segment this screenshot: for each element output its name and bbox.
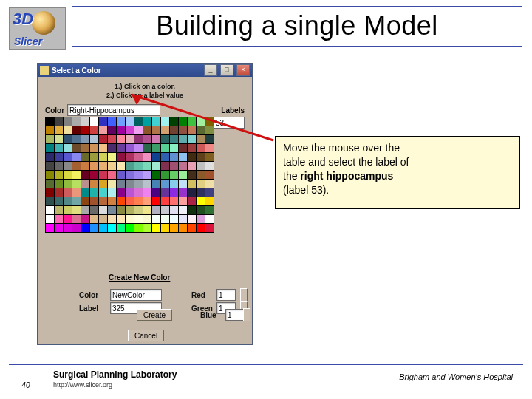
palette-swatch[interactable] (170, 126, 178, 134)
palette-swatch[interactable] (205, 162, 214, 170)
palette-swatch[interactable] (117, 197, 125, 205)
palette-swatch[interactable] (152, 153, 160, 161)
palette-swatch[interactable] (72, 215, 81, 223)
palette-swatch[interactable] (90, 162, 98, 170)
palette-swatch[interactable] (108, 171, 116, 179)
palette-swatch[interactable] (179, 180, 187, 188)
palette-swatch[interactable] (152, 224, 160, 232)
palette-swatch[interactable] (161, 162, 169, 170)
palette-swatch[interactable] (46, 180, 54, 188)
palette-swatch[interactable] (46, 215, 54, 223)
palette-swatch[interactable] (161, 126, 169, 134)
palette-swatch[interactable] (55, 153, 63, 161)
palette-swatch[interactable] (126, 117, 134, 126)
palette-swatch[interactable] (55, 126, 63, 134)
palette-swatch[interactable] (64, 144, 72, 152)
palette-swatch[interactable] (90, 117, 98, 126)
palette-swatch[interactable] (170, 135, 178, 143)
palette-swatch[interactable] (64, 162, 72, 170)
palette-swatch[interactable] (55, 171, 63, 179)
palette-swatch[interactable] (170, 215, 178, 223)
palette-swatch[interactable] (170, 162, 178, 170)
palette-swatch[interactable] (143, 117, 151, 126)
palette-swatch[interactable] (134, 135, 143, 143)
palette-swatch[interactable] (99, 153, 107, 161)
palette-swatch[interactable] (90, 135, 98, 143)
palette-swatch[interactable] (188, 126, 196, 134)
palette-swatch[interactable] (143, 180, 151, 188)
palette-swatch[interactable] (81, 162, 89, 170)
palette-swatch[interactable] (81, 117, 89, 126)
palette-swatch[interactable] (126, 206, 134, 214)
palette-swatch[interactable] (99, 188, 107, 197)
palette-swatch[interactable] (134, 171, 143, 179)
blue-spinner[interactable] (243, 308, 250, 321)
palette-swatch[interactable] (108, 224, 116, 232)
palette-swatch[interactable] (46, 197, 54, 205)
dialog-titlebar[interactable]: Select a Color _ □ × (38, 64, 252, 77)
palette-swatch[interactable] (205, 206, 214, 214)
palette-swatch[interactable] (90, 144, 98, 152)
palette-swatch[interactable] (205, 117, 214, 126)
palette-swatch[interactable] (126, 153, 134, 161)
palette-swatch[interactable] (197, 215, 205, 223)
palette-swatch[interactable] (64, 197, 72, 205)
palette-swatch[interactable] (161, 117, 169, 126)
palette-swatch[interactable] (117, 171, 125, 179)
maximize-button[interactable]: □ (220, 64, 233, 76)
palette-swatch[interactable] (170, 117, 178, 126)
palette-swatch[interactable] (99, 224, 107, 232)
palette-swatch[interactable] (170, 197, 178, 205)
palette-swatch[interactable] (72, 135, 81, 143)
palette-swatch[interactable] (170, 224, 178, 232)
palette-swatch[interactable] (170, 188, 178, 197)
labels-value-field[interactable]: 53 (214, 117, 245, 129)
palette-swatch[interactable] (117, 117, 125, 126)
palette-swatch[interactable] (143, 144, 151, 152)
palette-swatch[interactable] (188, 224, 196, 232)
palette-swatch[interactable] (117, 153, 125, 161)
palette-swatch[interactable] (161, 224, 169, 232)
minimize-button[interactable]: _ (204, 64, 217, 76)
palette-swatch[interactable] (205, 144, 214, 152)
palette-swatch[interactable] (117, 135, 125, 143)
palette-swatch[interactable] (108, 135, 116, 143)
palette-swatch[interactable] (188, 188, 196, 197)
palette-swatch[interactable] (81, 188, 89, 197)
red-value-field[interactable]: 1 (216, 289, 236, 301)
palette-swatch[interactable] (90, 188, 98, 197)
palette-swatch[interactable] (108, 117, 116, 126)
palette-swatch[interactable] (64, 153, 72, 161)
palette-swatch[interactable] (152, 180, 160, 188)
palette-swatch[interactable] (205, 188, 214, 197)
palette-swatch[interactable] (188, 162, 196, 170)
palette-swatch[interactable] (81, 206, 89, 214)
color-name-field[interactable]: Right-Hippocampus (67, 104, 160, 116)
palette-swatch[interactable] (64, 188, 72, 197)
palette-swatch[interactable] (72, 188, 81, 197)
palette-swatch[interactable] (161, 153, 169, 161)
blue-value-field[interactable]: 1 (225, 309, 245, 321)
palette-swatch[interactable] (205, 126, 214, 134)
palette-swatch[interactable] (72, 126, 81, 134)
palette-swatch[interactable] (72, 224, 81, 232)
palette-swatch[interactable] (179, 117, 187, 126)
palette-swatch[interactable] (197, 224, 205, 232)
palette-swatch[interactable] (179, 144, 187, 152)
palette-swatch[interactable] (126, 126, 134, 134)
palette-swatch[interactable] (152, 171, 160, 179)
palette-swatch[interactable] (143, 135, 151, 143)
palette-swatch[interactable] (170, 171, 178, 179)
palette-swatch[interactable] (46, 135, 54, 143)
palette-swatch[interactable] (55, 117, 63, 126)
palette-swatch[interactable] (161, 188, 169, 197)
palette-swatch[interactable] (46, 126, 54, 134)
palette-swatch[interactable] (117, 224, 125, 232)
palette-swatch[interactable] (188, 153, 196, 161)
palette-swatch[interactable] (64, 215, 72, 223)
palette-swatch[interactable] (99, 135, 107, 143)
palette-swatch[interactable] (152, 197, 160, 205)
palette-swatch[interactable] (108, 180, 116, 188)
palette-swatch[interactable] (188, 171, 196, 179)
palette-swatch[interactable] (134, 197, 143, 205)
